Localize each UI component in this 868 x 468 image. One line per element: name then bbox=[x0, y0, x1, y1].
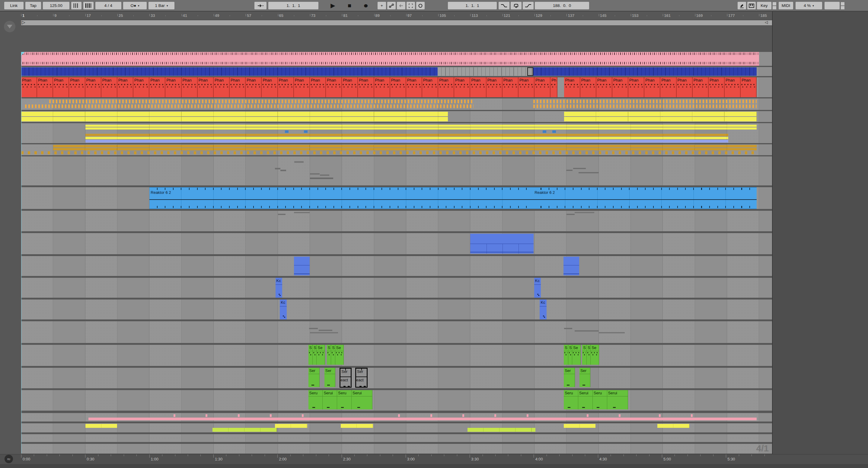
clip[interactable]: Phan bbox=[342, 77, 358, 97]
clip[interactable] bbox=[85, 134, 728, 136]
punch-in-button[interactable] bbox=[499, 2, 509, 9]
clip[interactable]: Phan bbox=[534, 77, 551, 97]
clip[interactable] bbox=[552, 130, 556, 133]
clip[interactable] bbox=[85, 127, 757, 129]
clip[interactable] bbox=[438, 67, 528, 76]
clip[interactable] bbox=[285, 130, 288, 133]
clip[interactable] bbox=[280, 170, 286, 171]
track-lane-hat-clap[interactable] bbox=[21, 111, 772, 122]
track-lane-side[interactable] bbox=[21, 52, 772, 66]
clip[interactable]: Phan bbox=[487, 77, 502, 97]
follow-button[interactable] bbox=[254, 2, 267, 9]
clip[interactable]: Phan bbox=[117, 77, 133, 97]
clip[interactable]: Phan bbox=[278, 77, 294, 97]
clip[interactable] bbox=[278, 214, 285, 215]
clip[interactable]: S bbox=[582, 345, 587, 365]
clip[interactable] bbox=[563, 257, 579, 275]
clip[interactable]: Phan bbox=[374, 77, 390, 97]
capture-midi-button[interactable] bbox=[387, 2, 396, 9]
clip[interactable] bbox=[238, 414, 240, 417]
loop-end-marker[interactable]: ◁ bbox=[765, 20, 768, 25]
clip[interactable]: Phan bbox=[198, 77, 214, 97]
clip[interactable] bbox=[304, 130, 308, 133]
clip[interactable] bbox=[49, 100, 473, 103]
clip[interactable]: Phan bbox=[133, 77, 149, 97]
clip[interactable] bbox=[341, 424, 373, 428]
clip[interactable] bbox=[564, 328, 572, 329]
clip[interactable]: Ser bbox=[308, 368, 320, 387]
clip[interactable]: Kc bbox=[539, 299, 547, 319]
clip[interactable]: Phan bbox=[741, 77, 756, 97]
clip[interactable] bbox=[575, 330, 599, 331]
track-lane-kontakt-29[interactable]: KcKc bbox=[21, 278, 772, 298]
clip[interactable]: Ph bbox=[551, 77, 557, 97]
clip[interactable] bbox=[294, 257, 310, 275]
clip[interactable] bbox=[302, 414, 304, 417]
tap-tempo-button[interactable]: Tap bbox=[25, 2, 41, 9]
clip[interactable] bbox=[294, 273, 310, 274]
zoom-wave-button[interactable]: ≈ bbox=[4, 455, 13, 463]
clip[interactable]: Phan bbox=[454, 77, 470, 97]
clip[interactable]: S bbox=[568, 345, 572, 365]
nudge-up-button[interactable] bbox=[83, 2, 94, 9]
track-lane-perc[interactable] bbox=[21, 144, 772, 155]
clip[interactable]: Phan bbox=[693, 77, 709, 97]
clip[interactable]: Serui bbox=[322, 390, 337, 409]
clip[interactable] bbox=[21, 67, 438, 76]
track-lane-low-pwerc[interactable] bbox=[21, 98, 772, 110]
clip[interactable] bbox=[657, 424, 689, 428]
clip[interactable]: Phan bbox=[21, 77, 37, 97]
clip[interactable]: Phan bbox=[502, 77, 519, 97]
clip[interactable]: Se bbox=[335, 345, 344, 365]
clip[interactable] bbox=[533, 67, 756, 76]
clip[interactable] bbox=[566, 170, 572, 171]
clip[interactable] bbox=[294, 212, 310, 213]
clip[interactable] bbox=[470, 244, 534, 244]
clip[interactable]: Phan bbox=[422, 77, 438, 97]
clip[interactable]: Seru bbox=[593, 390, 607, 409]
loop-length-field[interactable]: 188. 0. 0 bbox=[535, 2, 589, 9]
clip[interactable] bbox=[53, 148, 756, 150]
clip[interactable]: Kc bbox=[534, 278, 541, 298]
clip[interactable]: Phan bbox=[246, 77, 262, 97]
track-lane-group-26[interactable] bbox=[21, 211, 772, 231]
track-lane-kick[interactable] bbox=[21, 67, 772, 76]
clip[interactable]: Phan bbox=[69, 77, 85, 97]
clip[interactable] bbox=[462, 414, 464, 417]
clip[interactable]: Se bbox=[317, 345, 325, 365]
clip[interactable] bbox=[587, 414, 589, 417]
computer-midi-keyboard-button[interactable] bbox=[747, 2, 756, 9]
clip[interactable] bbox=[21, 112, 448, 116]
time-signature-field[interactable]: 4 / 4 bbox=[95, 2, 121, 9]
track-lane-reaktor-25[interactable]: Reaktor 6 2Reaktor 6 2 bbox=[21, 187, 772, 209]
loop-switch[interactable] bbox=[511, 2, 522, 9]
clip[interactable]: Phan bbox=[230, 77, 246, 97]
clip[interactable]: Serui bbox=[351, 390, 372, 409]
clip[interactable] bbox=[563, 273, 579, 274]
clip[interactable]: Kc bbox=[280, 299, 287, 319]
tempo-field[interactable]: 125.00 bbox=[43, 2, 69, 9]
clip[interactable]: Se bbox=[572, 345, 581, 365]
play-button[interactable]: ▶ bbox=[327, 1, 339, 10]
overdub-button[interactable]: + bbox=[378, 2, 386, 9]
clip[interactable]: S bbox=[308, 345, 313, 365]
clip[interactable] bbox=[542, 130, 546, 133]
metronome-button[interactable]: O●▾ bbox=[123, 2, 147, 9]
clip[interactable] bbox=[275, 168, 280, 169]
key-map-button[interactable]: Key bbox=[757, 2, 771, 9]
nudge-down-button[interactable] bbox=[71, 2, 82, 9]
clip[interactable] bbox=[533, 105, 756, 108]
clip[interactable]: Phan bbox=[85, 77, 101, 97]
clip[interactable]: Serui bbox=[578, 390, 593, 409]
clip[interactable]: Phan bbox=[725, 77, 741, 97]
clip[interactable] bbox=[575, 212, 594, 213]
clip[interactable]: Phan bbox=[564, 77, 580, 97]
bar-ruler[interactable]: 1917253341495765738189971051131211291371… bbox=[0, 11, 868, 25]
clip[interactable]: Phan bbox=[596, 77, 612, 97]
track-lane-serum-34[interactable]: SeruSeruiSeruSeruiSeruSeruiSeruSerui bbox=[21, 390, 772, 411]
clip[interactable]: Phan bbox=[214, 77, 230, 97]
clip[interactable]: Ser bbox=[324, 368, 335, 387]
clip[interactable] bbox=[564, 117, 756, 121]
draw-mode-button[interactable] bbox=[738, 2, 746, 9]
clip[interactable]: Phan bbox=[709, 77, 725, 97]
